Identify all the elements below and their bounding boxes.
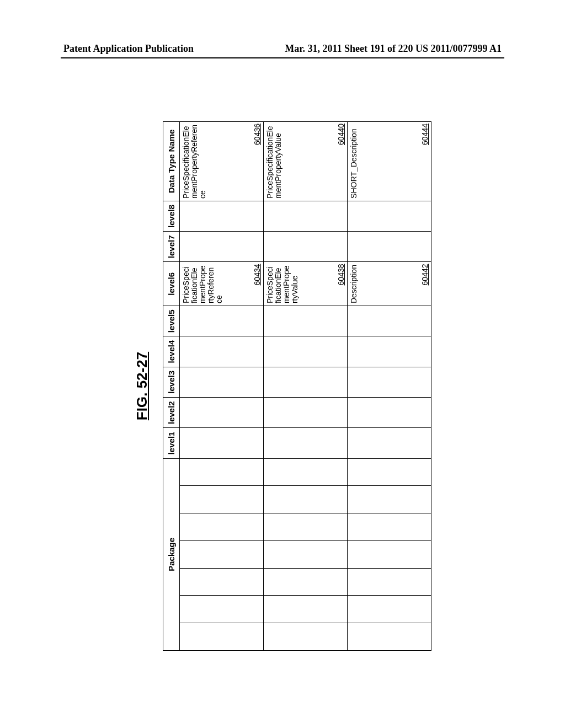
cell-data-type-name: PriceSpecificationElementPropertyReferen… xyxy=(180,122,264,201)
header-rule xyxy=(61,57,504,58)
cell-level6: PriceSpecificationElementPropertyReferen… xyxy=(180,262,264,306)
ref-number: 60438 xyxy=(337,264,345,285)
header-left: Patent Application Publication xyxy=(63,43,194,55)
col-level2: level2 xyxy=(163,398,180,428)
ref-number: 60444 xyxy=(420,124,429,145)
header-right: Mar. 31, 2011 Sheet 191 of 220 US 2011/0… xyxy=(285,43,502,55)
table-row: PriceSpecificationElementPropertyValue 6… xyxy=(264,122,348,651)
col-package: Package xyxy=(163,458,180,650)
cell-text: PriceSpecificationElementPropertyValue xyxy=(266,264,299,303)
col-level8: level8 xyxy=(163,201,180,231)
col-level3: level3 xyxy=(163,367,180,397)
figure-title: FIG. 52-27 xyxy=(134,110,151,662)
col-data-type-name: Data Type Name xyxy=(163,122,180,201)
table-header-row: Package level1 level2 level3 level4 leve… xyxy=(163,122,180,651)
data-table: Package level1 level2 level3 level4 leve… xyxy=(163,121,431,651)
ref-number: 60434 xyxy=(253,264,262,285)
table-row: PriceSpecificationElementPropertyReferen… xyxy=(180,122,264,651)
figure-sheet: FIG. 52-27 Package level1 level2 level3 … xyxy=(134,110,431,662)
table-row: Description 60442 SHORT_Description 6044… xyxy=(348,122,431,651)
col-level7: level7 xyxy=(163,232,180,262)
col-level5: level5 xyxy=(163,306,180,336)
cell-data-type-name: PriceSpecificationElementPropertyValue 6… xyxy=(264,122,348,201)
cell-text: PriceSpecificationElementPropertyReferen… xyxy=(182,124,207,199)
cell-text: PriceSpecificationElementPropertyReferen… xyxy=(182,264,224,303)
col-level4: level4 xyxy=(163,336,180,367)
ref-number: 60436 xyxy=(253,124,262,145)
ref-number: 60440 xyxy=(337,124,345,145)
col-level6: level6 xyxy=(163,262,180,306)
ref-number: 60442 xyxy=(420,264,429,285)
cell-data-type-name: SHORT_Description 60444 xyxy=(348,122,431,201)
cell-text: SHORT_Description xyxy=(350,124,358,199)
cell-level6: PriceSpecificationElementPropertyValue 6… xyxy=(264,262,348,306)
cell-level6: Description 60442 xyxy=(348,262,431,306)
cell-text: Description xyxy=(350,264,358,303)
cell-text: PriceSpecificationElementPropertyValue xyxy=(266,124,282,199)
col-level1: level1 xyxy=(163,428,180,458)
